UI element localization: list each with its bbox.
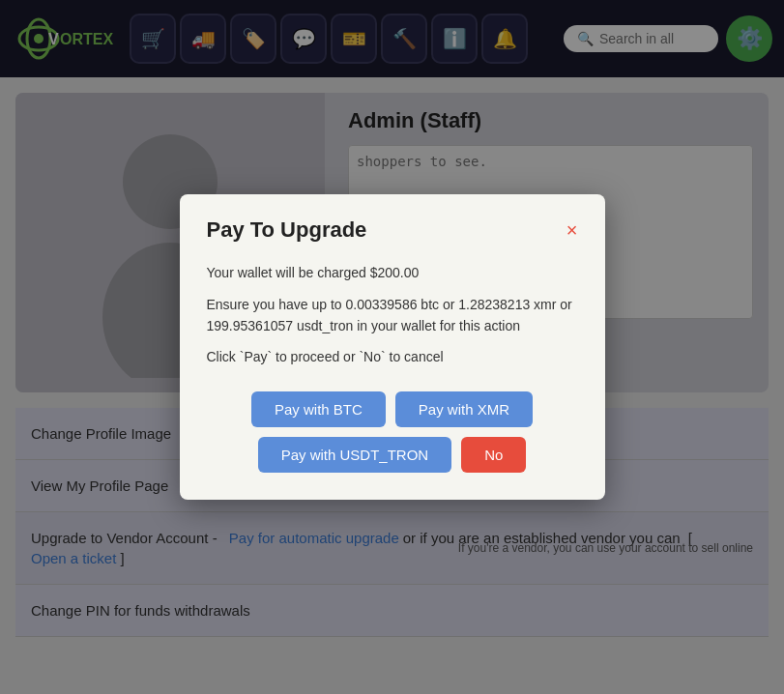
pay-btc-button[interactable]: Pay with BTC bbox=[251, 391, 386, 427]
modal-body: Your wallet will be charged $200.00 Ensu… bbox=[207, 262, 578, 368]
pay-usdt-button[interactable]: Pay with USDT_TRON bbox=[258, 437, 452, 473]
modal-title: Pay To Upgrade bbox=[207, 217, 367, 243]
modal-actions: Pay with BTC Pay with XMR Pay with USDT_… bbox=[207, 391, 578, 473]
modal-charge-text: Your wallet will be charged $200.00 bbox=[207, 262, 578, 283]
no-button[interactable]: No bbox=[461, 437, 526, 473]
modal-close-button[interactable]: × bbox=[566, 220, 578, 240]
modal-overlay: Pay To Upgrade × Your wallet will be cha… bbox=[0, 0, 784, 694]
modal-wallet-text: Ensure you have up to 0.00339586 btc or … bbox=[207, 294, 578, 337]
modal-header: Pay To Upgrade × bbox=[207, 217, 578, 243]
pay-xmr-button[interactable]: Pay with XMR bbox=[395, 391, 533, 427]
modal-instruction-text: Click `Pay` to proceed or `No` to cancel bbox=[207, 346, 578, 367]
pay-to-upgrade-modal: Pay To Upgrade × Your wallet will be cha… bbox=[180, 194, 605, 500]
